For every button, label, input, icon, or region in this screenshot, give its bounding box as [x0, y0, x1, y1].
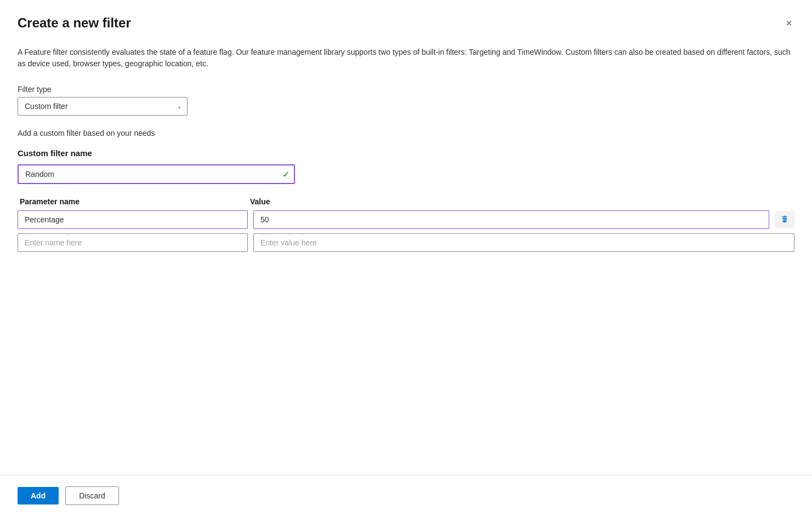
dialog-title: Create a new filter	[18, 15, 131, 31]
param-name-column-header: Parameter name	[18, 197, 248, 206]
param-row	[18, 210, 794, 229]
param-value-column-header: Value	[248, 197, 794, 206]
dialog-footer: Add Discard	[0, 475, 812, 516]
filter-type-dropdown[interactable]: Custom filter Targeting TimeWindow	[18, 97, 188, 116]
create-filter-dialog: Create a new filter × A Feature filter c…	[0, 0, 812, 516]
add-button[interactable]: Add	[18, 487, 59, 504]
filter-type-select-wrapper: Custom filter Targeting TimeWindow ⌄	[18, 97, 188, 116]
filter-name-input[interactable]	[18, 164, 295, 184]
dialog-header: Create a new filter ×	[18, 15, 794, 31]
dialog-content: Create a new filter × A Feature filter c…	[0, 0, 812, 475]
description-text: A Feature filter consistently evaluates …	[18, 47, 794, 70]
param-name-input-0[interactable]	[18, 210, 248, 229]
filter-type-label: Filter type	[18, 85, 794, 94]
params-header: Parameter name Value	[18, 197, 794, 206]
close-button[interactable]: ×	[783, 15, 794, 31]
filter-name-wrapper: ✓	[18, 164, 295, 184]
params-section: Parameter name Value	[18, 197, 794, 252]
custom-filter-name-section-title: Custom filter name	[18, 148, 794, 158]
delete-param-button-0[interactable]	[775, 211, 794, 228]
trash-icon	[780, 215, 789, 224]
param-row-empty	[18, 233, 794, 252]
param-value-input-0[interactable]	[253, 210, 769, 229]
param-name-input-1[interactable]	[18, 233, 248, 252]
discard-button[interactable]: Discard	[65, 486, 118, 505]
param-value-input-1[interactable]	[253, 233, 794, 252]
custom-filter-description: Add a custom filter based on your needs	[18, 129, 794, 137]
